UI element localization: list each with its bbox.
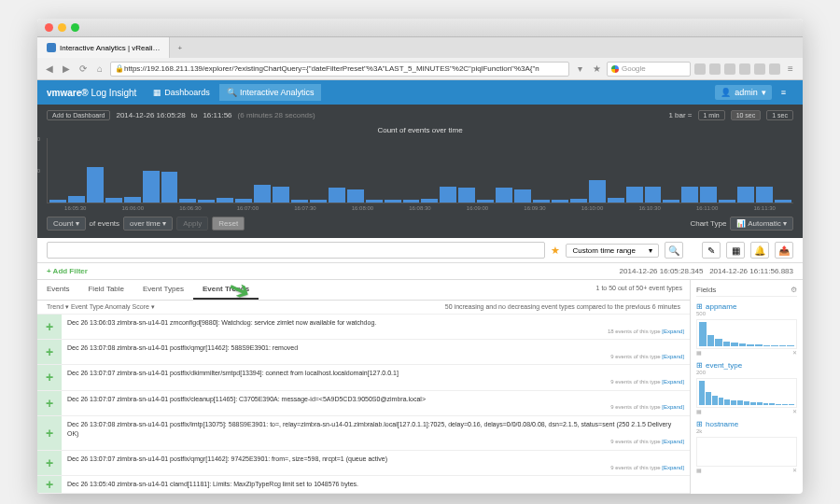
nav-dashboards[interactable]: ▦ Dashboards — [146, 84, 217, 101]
chart-bar[interactable] — [458, 188, 475, 203]
bookmark-button[interactable]: ★ — [590, 63, 603, 76]
extension-icon[interactable] — [754, 63, 765, 75]
metric-count-dropdown[interactable]: Count ▾ — [47, 217, 86, 231]
forward-button[interactable]: ▶ — [60, 63, 73, 76]
tab-event-types[interactable]: Event Types — [133, 280, 193, 300]
event-count-chart[interactable]: 200 100 — [47, 138, 793, 203]
fields-settings-icon[interactable]: ⚙ — [791, 286, 797, 294]
tab-event-trends[interactable]: Event Trends — [193, 280, 259, 300]
maximize-window-icon[interactable] — [71, 23, 79, 32]
browser-search-input[interactable]: Google — [607, 62, 691, 77]
event-meta[interactable]: 18 events of this type [Expand] — [67, 328, 684, 335]
sort-controls[interactable]: Trend ▾ Event Type Anomaly Score ▾ — [47, 303, 155, 311]
chart-bar[interactable] — [496, 188, 512, 203]
field-item[interactable]: event_type200▦✕ — [696, 361, 797, 414]
chart-bar[interactable] — [626, 187, 643, 203]
favorite-icon[interactable]: ★ — [551, 245, 560, 257]
chart-bar[interactable] — [719, 200, 735, 203]
chart-bar[interactable] — [217, 198, 233, 203]
chart-bar[interactable] — [347, 189, 364, 203]
field-item[interactable]: hostname2k▦✕ — [696, 420, 797, 473]
chart-bar[interactable] — [570, 199, 587, 203]
chart-bar[interactable] — [663, 200, 679, 203]
chart-bar[interactable] — [179, 199, 196, 203]
chart-type-dropdown[interactable]: 📊 Automatic ▾ — [730, 217, 793, 231]
chart-bar[interactable] — [681, 187, 698, 203]
extension-icon[interactable] — [694, 63, 706, 75]
new-tab-button[interactable]: + — [170, 37, 189, 58]
chart-bar[interactable] — [514, 189, 531, 203]
chart-bar[interactable] — [49, 200, 66, 203]
back-button[interactable]: ◀ — [43, 63, 56, 76]
chart-bar[interactable] — [552, 200, 568, 203]
chart-bar[interactable] — [254, 185, 271, 203]
chart-bar[interactable] — [756, 187, 773, 203]
field-name[interactable]: appname — [696, 302, 797, 311]
query-input[interactable] — [47, 242, 545, 259]
event-meta[interactable]: 9 events of this type [Expand] — [67, 464, 684, 471]
event-meta[interactable]: 9 events of this type [Expand] — [67, 438, 684, 445]
chart-bar[interactable] — [291, 200, 308, 203]
event-meta[interactable]: 9 events of this type [Expand] — [67, 378, 684, 385]
chart-bar[interactable] — [775, 200, 791, 203]
share-button[interactable]: 📤 — [775, 242, 793, 259]
event-meta[interactable]: 9 events of this type [Expand] — [67, 403, 684, 411]
chart-bar[interactable] — [403, 200, 420, 203]
chart-bar[interactable] — [645, 187, 662, 203]
search-button[interactable]: 🔍 — [665, 242, 683, 259]
field-item[interactable]: appname500▦✕ — [696, 302, 797, 356]
chart-bar[interactable] — [329, 188, 345, 203]
apply-button[interactable]: Apply — [176, 217, 208, 231]
time-range-dropdown[interactable]: Custom time range▾ — [566, 244, 659, 258]
field-name[interactable]: hostname — [696, 420, 797, 428]
chart-bar[interactable] — [198, 200, 215, 203]
chart-bar[interactable] — [700, 187, 717, 203]
extension-icon[interactable] — [739, 63, 750, 75]
chart-bar[interactable] — [310, 200, 327, 203]
chart-bar[interactable] — [124, 197, 141, 203]
reset-button[interactable]: Reset — [212, 217, 245, 231]
tab-events[interactable]: Events — [37, 280, 78, 300]
nav-interactive-analytics[interactable]: 🔍 Interactive Analytics — [219, 84, 322, 101]
chart-bar[interactable] — [421, 199, 438, 203]
menu-button[interactable]: ≡ — [784, 63, 797, 76]
extension-icon[interactable] — [724, 63, 735, 75]
snapshot-button[interactable]: ✎ — [702, 242, 721, 259]
minimize-window-icon[interactable] — [58, 23, 66, 32]
chart-bar[interactable] — [533, 200, 550, 203]
url-input[interactable]: 🔒 https://192.168.211.139/explorer/?exis… — [110, 62, 569, 77]
add-filter-button[interactable]: + Add Filter — [47, 267, 88, 275]
over-time-dropdown[interactable]: over time ▾ — [123, 217, 173, 231]
browser-tab[interactable]: Interactive Analytics | vReali… — [37, 37, 170, 58]
tab-field-table[interactable]: Field Table — [78, 280, 133, 300]
chart-bar[interactable] — [143, 171, 160, 203]
chart-bar[interactable] — [385, 200, 401, 203]
chart-bar[interactable] — [105, 198, 122, 203]
close-window-icon[interactable] — [45, 23, 53, 32]
chart-bar[interactable] — [608, 198, 624, 203]
home-button[interactable]: ⌂ — [93, 63, 106, 76]
settings-button[interactable]: ≡ — [774, 84, 793, 101]
reload-button[interactable]: ⟳ — [77, 63, 90, 76]
chart-bar[interactable] — [235, 199, 252, 203]
chart-bar[interactable] — [440, 187, 456, 203]
chart-bar[interactable] — [161, 172, 178, 203]
add-to-dashboard-button[interactable]: Add to Dashboard — [47, 110, 110, 120]
chart-bar[interactable] — [589, 180, 606, 203]
chart-bar[interactable] — [477, 200, 494, 203]
alert-button[interactable]: 🔔 — [750, 242, 769, 259]
field-name[interactable]: event_type — [696, 361, 797, 370]
scale-1min[interactable]: 1 min — [698, 110, 725, 120]
chart-bar[interactable] — [87, 167, 104, 203]
event-meta[interactable]: 9 events of this type [Expand] — [67, 353, 684, 360]
reader-button[interactable]: ▾ — [573, 63, 586, 76]
extension-icon[interactable] — [709, 63, 721, 75]
chart-bar[interactable] — [68, 196, 85, 203]
dashboard-button[interactable]: ▦ — [726, 242, 745, 259]
chart-bar[interactable] — [737, 187, 754, 203]
scale-1sec[interactable]: 1 sec — [766, 110, 793, 120]
chart-bar[interactable] — [366, 200, 383, 203]
user-menu[interactable]: 👤 admin ▾ — [715, 85, 772, 100]
chart-bar[interactable] — [273, 187, 289, 203]
scale-10sec[interactable]: 10 sec — [731, 110, 762, 120]
